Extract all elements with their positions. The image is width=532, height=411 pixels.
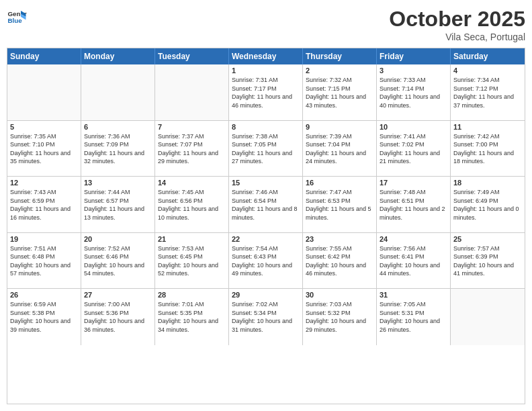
day-number: 25	[453, 235, 522, 243]
cell-info: Sunrise: 7:53 AMSunset: 6:45 PMDaylight:…	[158, 245, 218, 277]
cell-info: Sunrise: 7:01 AMSunset: 5:35 PMDaylight:…	[158, 301, 218, 333]
calendar-cell-1-5: 10 Sunrise: 7:41 AMSunset: 7:02 PMDaylig…	[377, 121, 451, 177]
calendar-cell-4-6	[451, 289, 525, 345]
cell-info: Sunrise: 7:02 AMSunset: 5:34 PMDaylight:…	[232, 301, 292, 333]
cell-info: Sunrise: 7:45 AMSunset: 6:56 PMDaylight:…	[158, 189, 218, 221]
location: Vila Seca, Portugal	[389, 32, 525, 42]
cell-info: Sunrise: 7:48 AMSunset: 6:51 PMDaylight:…	[380, 189, 445, 221]
day-number: 29	[232, 291, 300, 299]
day-number: 28	[158, 291, 226, 299]
header: General Blue October 2025 Vila Seca, Por…	[7, 7, 525, 42]
day-number: 17	[380, 179, 447, 187]
cell-info: Sunrise: 7:38 AMSunset: 7:05 PMDaylight:…	[232, 133, 292, 165]
cell-info: Sunrise: 7:03 AMSunset: 5:32 PMDaylight:…	[306, 301, 366, 333]
calendar-cell-0-5: 3 Sunrise: 7:33 AMSunset: 7:14 PMDayligh…	[377, 64, 451, 120]
day-number: 22	[232, 235, 300, 243]
day-number: 4	[453, 66, 522, 75]
calendar: Sunday Monday Tuesday Wednesday Thursday…	[7, 48, 525, 404]
header-saturday: Saturday	[451, 48, 525, 64]
calendar-row-0: 1 Sunrise: 7:31 AMSunset: 7:17 PMDayligh…	[7, 64, 525, 121]
calendar-cell-3-0: 19 Sunrise: 7:51 AMSunset: 6:48 PMDaylig…	[7, 233, 81, 289]
cell-info: Sunrise: 7:39 AMSunset: 7:04 PMDaylight:…	[306, 133, 366, 165]
cell-info: Sunrise: 7:36 AMSunset: 7:09 PMDaylight:…	[84, 133, 144, 165]
logo: General Blue	[7, 7, 27, 27]
cell-info: Sunrise: 7:55 AMSunset: 6:42 PMDaylight:…	[306, 245, 366, 277]
calendar-header: Sunday Monday Tuesday Wednesday Thursday…	[7, 48, 525, 64]
cell-info: Sunrise: 7:31 AMSunset: 7:17 PMDaylight:…	[232, 77, 292, 109]
day-number: 6	[84, 123, 152, 131]
calendar-cell-2-2: 14 Sunrise: 7:45 AMSunset: 6:56 PMDaylig…	[155, 177, 229, 232]
header-monday: Monday	[81, 48, 155, 64]
day-number: 9	[306, 123, 373, 131]
cell-info: Sunrise: 7:51 AMSunset: 6:48 PMDaylight:…	[10, 245, 71, 277]
calendar-cell-0-0	[7, 64, 81, 120]
calendar-row-1: 5 Sunrise: 7:35 AMSunset: 7:10 PMDayligh…	[7, 121, 525, 177]
logo-icon: General Blue	[7, 7, 27, 27]
day-number: 21	[158, 235, 226, 243]
calendar-cell-4-5: 31 Sunrise: 7:05 AMSunset: 5:31 PMDaylig…	[377, 289, 451, 345]
calendar-cell-3-1: 20 Sunrise: 7:52 AMSunset: 6:46 PMDaylig…	[81, 233, 155, 289]
calendar-cell-0-4: 2 Sunrise: 7:32 AMSunset: 7:15 PMDayligh…	[303, 64, 377, 120]
calendar-cell-2-0: 12 Sunrise: 7:43 AMSunset: 6:59 PMDaylig…	[7, 177, 81, 232]
calendar-cell-4-4: 30 Sunrise: 7:03 AMSunset: 5:32 PMDaylig…	[303, 289, 377, 345]
calendar-cell-3-3: 22 Sunrise: 7:54 AMSunset: 6:43 PMDaylig…	[229, 233, 303, 289]
day-number: 24	[380, 235, 447, 243]
calendar-row-4: 26 Sunrise: 6:59 AMSunset: 5:38 PMDaylig…	[7, 289, 525, 345]
day-number: 13	[84, 179, 152, 187]
day-number: 14	[158, 179, 226, 187]
day-number: 8	[232, 123, 300, 131]
day-number: 23	[306, 235, 373, 243]
day-number: 15	[232, 179, 300, 187]
day-number: 31	[380, 291, 447, 299]
day-number: 7	[158, 123, 226, 131]
calendar-cell-1-3: 8 Sunrise: 7:38 AMSunset: 7:05 PMDayligh…	[229, 121, 303, 177]
calendar-cell-1-4: 9 Sunrise: 7:39 AMSunset: 7:04 PMDayligh…	[303, 121, 377, 177]
day-number: 27	[84, 291, 152, 299]
cell-info: Sunrise: 7:05 AMSunset: 5:31 PMDaylight:…	[380, 301, 440, 333]
calendar-cell-2-6: 18 Sunrise: 7:49 AMSunset: 6:49 PMDaylig…	[451, 177, 525, 232]
day-number: 30	[306, 291, 373, 299]
header-sunday: Sunday	[7, 48, 81, 64]
calendar-cell-3-2: 21 Sunrise: 7:53 AMSunset: 6:45 PMDaylig…	[155, 233, 229, 289]
cell-info: Sunrise: 7:34 AMSunset: 7:12 PMDaylight:…	[453, 77, 514, 109]
day-number: 20	[84, 235, 152, 243]
cell-info: Sunrise: 7:44 AMSunset: 6:57 PMDaylight:…	[84, 189, 144, 221]
day-number: 3	[380, 66, 447, 75]
calendar-cell-0-2	[155, 64, 229, 120]
title-block: October 2025 Vila Seca, Portugal	[389, 7, 525, 42]
calendar-cell-4-3: 29 Sunrise: 7:02 AMSunset: 5:34 PMDaylig…	[229, 289, 303, 345]
calendar-body: 1 Sunrise: 7:31 AMSunset: 7:17 PMDayligh…	[7, 64, 525, 401]
page: General Blue October 2025 Vila Seca, Por…	[0, 0, 532, 411]
cell-info: Sunrise: 7:46 AMSunset: 6:54 PMDaylight:…	[232, 189, 298, 221]
calendar-cell-4-1: 27 Sunrise: 7:00 AMSunset: 5:36 PMDaylig…	[81, 289, 155, 345]
cell-info: Sunrise: 7:37 AMSunset: 7:07 PMDaylight:…	[158, 133, 218, 165]
cell-info: Sunrise: 7:47 AMSunset: 6:53 PMDaylight:…	[306, 189, 371, 221]
day-number: 10	[380, 123, 447, 131]
day-number: 11	[453, 123, 522, 131]
day-number: 1	[232, 66, 300, 75]
calendar-cell-4-0: 26 Sunrise: 6:59 AMSunset: 5:38 PMDaylig…	[7, 289, 81, 345]
calendar-cell-0-6: 4 Sunrise: 7:34 AMSunset: 7:12 PMDayligh…	[451, 64, 525, 120]
calendar-cell-4-2: 28 Sunrise: 7:01 AMSunset: 5:35 PMDaylig…	[155, 289, 229, 345]
calendar-cell-0-3: 1 Sunrise: 7:31 AMSunset: 7:17 PMDayligh…	[229, 64, 303, 120]
day-number: 2	[306, 66, 373, 75]
header-wednesday: Wednesday	[229, 48, 303, 64]
calendar-cell-1-0: 5 Sunrise: 7:35 AMSunset: 7:10 PMDayligh…	[7, 121, 81, 177]
cell-info: Sunrise: 7:41 AMSunset: 7:02 PMDaylight:…	[380, 133, 440, 165]
calendar-cell-3-5: 24 Sunrise: 7:56 AMSunset: 6:41 PMDaylig…	[377, 233, 451, 289]
cell-info: Sunrise: 7:35 AMSunset: 7:10 PMDaylight:…	[10, 133, 71, 165]
calendar-cell-0-1	[81, 64, 155, 120]
day-number: 19	[10, 235, 78, 243]
calendar-cell-2-3: 15 Sunrise: 7:46 AMSunset: 6:54 PMDaylig…	[229, 177, 303, 232]
calendar-cell-1-1: 6 Sunrise: 7:36 AMSunset: 7:09 PMDayligh…	[81, 121, 155, 177]
day-number: 5	[10, 123, 78, 131]
svg-text:Blue: Blue	[8, 17, 23, 24]
cell-info: Sunrise: 7:49 AMSunset: 6:49 PMDaylight:…	[453, 189, 519, 221]
cell-info: Sunrise: 7:42 AMSunset: 7:00 PMDaylight:…	[453, 133, 514, 165]
calendar-cell-3-4: 23 Sunrise: 7:55 AMSunset: 6:42 PMDaylig…	[303, 233, 377, 289]
calendar-row-2: 12 Sunrise: 7:43 AMSunset: 6:59 PMDaylig…	[7, 177, 525, 233]
cell-info: Sunrise: 7:43 AMSunset: 6:59 PMDaylight:…	[10, 189, 71, 221]
calendar-cell-1-2: 7 Sunrise: 7:37 AMSunset: 7:07 PMDayligh…	[155, 121, 229, 177]
cell-info: Sunrise: 7:56 AMSunset: 6:41 PMDaylight:…	[380, 245, 440, 277]
cell-info: Sunrise: 7:52 AMSunset: 6:46 PMDaylight:…	[84, 245, 144, 277]
